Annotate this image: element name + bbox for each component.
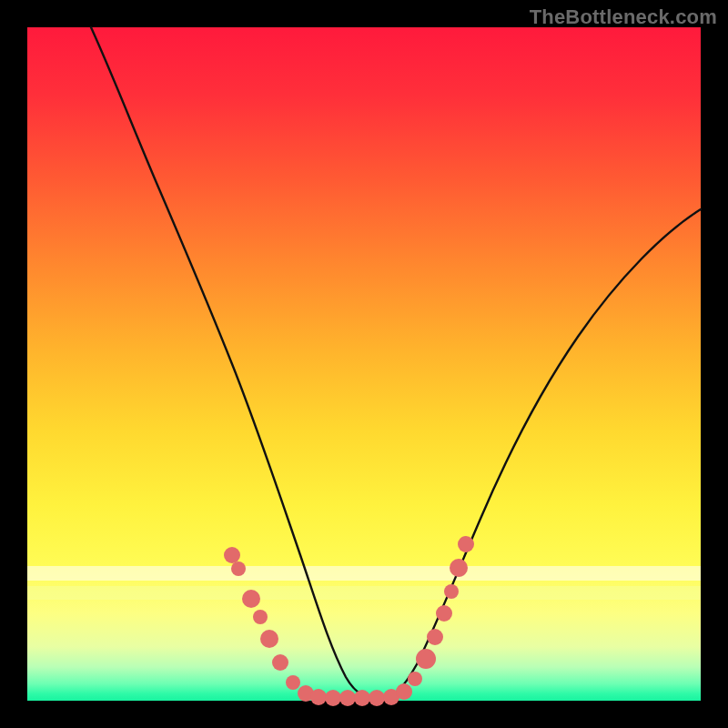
- marker-dot: [286, 675, 300, 690]
- marker-dot: [408, 672, 422, 686]
- marker-dot: [416, 649, 436, 669]
- marker-dot: [231, 561, 246, 576]
- watermark-text: TheBottleneck.com: [530, 5, 717, 29]
- marker-dot: [260, 630, 278, 648]
- marker-dot: [272, 654, 288, 671]
- marker-dot: [339, 690, 356, 706]
- marker-dot: [427, 629, 443, 645]
- marker-dot: [354, 690, 370, 706]
- curve-svg: [27, 27, 701, 701]
- marker-dot: [253, 610, 268, 624]
- marker-dot: [396, 683, 412, 700]
- bottleneck-curve: [91, 27, 701, 698]
- marker-dot: [369, 690, 385, 706]
- marker-dot: [444, 584, 459, 599]
- chart-frame: TheBottleneck.com: [0, 0, 728, 728]
- marker-dot: [458, 536, 474, 552]
- marker-dot: [224, 547, 240, 563]
- marker-dot: [242, 590, 260, 608]
- marker-dot: [325, 690, 341, 706]
- marker-dot: [436, 605, 452, 622]
- marker-dot: [450, 559, 468, 577]
- curve-path-group: [91, 27, 701, 698]
- plot-area: [27, 27, 701, 701]
- marker-dot: [310, 689, 327, 705]
